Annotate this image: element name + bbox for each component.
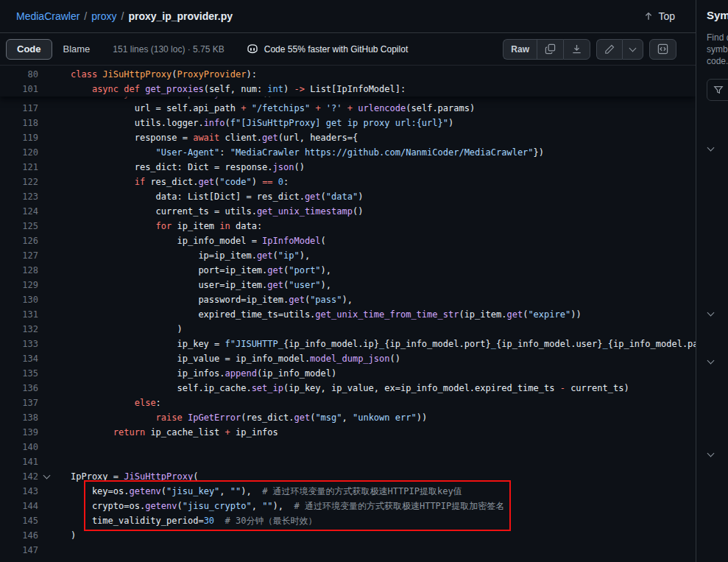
section-chevron-icon[interactable]: [708, 446, 713, 459]
github-file-page: MediaCrawler / proxy / proxy_ip_provider…: [0, 0, 728, 562]
line-number[interactable]: 123: [0, 189, 38, 204]
line-number[interactable]: 121: [0, 160, 38, 175]
sticky-context: 80class JiSuHttpProxy(ProxyProvider):101…: [0, 66, 696, 96]
code-line: 132 ): [0, 322, 696, 337]
line-number[interactable]: 142: [0, 469, 38, 484]
line-number[interactable]: 145: [0, 513, 38, 528]
line-number[interactable]: 137: [0, 396, 38, 410]
code-line: 119 response = await client.get(url, hea…: [0, 130, 696, 145]
copilot-banner[interactable]: Code 55% faster with GitHub Copilot: [247, 43, 408, 55]
edit-actions: [596, 39, 643, 60]
code-square-icon: [657, 43, 668, 55]
code-text: data: List[Dict] = res_dict.get("data"): [54, 189, 363, 204]
line-number[interactable]: 134: [0, 351, 38, 366]
code-line: 131 expired_time_ts=utils.get_unix_time_…: [0, 307, 696, 322]
code-text: key=os.getenv("jisu_key", ""), # 通过环境变量的…: [54, 484, 462, 499]
code-text: url = self.api_path + "/fetchips" + '?' …: [54, 101, 475, 116]
toolbar-actions: Raw: [503, 39, 676, 60]
code-text: res_dict: Dict = response.json(): [54, 160, 305, 175]
line-number[interactable]: 80: [0, 67, 38, 82]
code-line: 120 "User-Agent": "MediaCrawler https://…: [0, 145, 696, 160]
line-number[interactable]: 126: [0, 233, 38, 248]
code-line: 135 ip_infos.append(ip_info_model): [0, 366, 696, 381]
edit-dropdown-button[interactable]: [622, 39, 643, 60]
section-chevron-icon[interactable]: [708, 305, 713, 318]
line-number[interactable]: 129: [0, 278, 38, 292]
code-line: 130 password=ip_item.get("pass"),: [0, 292, 696, 307]
code-text: ip_value = ip_info_model.model_dump_json…: [54, 351, 400, 366]
file-toolbar: Code Blame 151 lines (130 loc) · 5.75 KB…: [0, 33, 696, 66]
line-number[interactable]: 131: [0, 307, 38, 322]
line-number[interactable]: 124: [0, 204, 38, 219]
code-line: 136 self.ip_cache.set_ip(ip_key, ip_valu…: [0, 381, 696, 396]
code-line: 124 current_ts = utils.get_unix_timestam…: [0, 204, 696, 219]
line-number[interactable]: 132: [0, 322, 38, 337]
line-number[interactable]: 118: [0, 116, 38, 130]
line-number[interactable]: 125: [0, 219, 38, 233]
line-number[interactable]: 117: [0, 101, 38, 116]
code-line: 138 raise IpGetError(res_dict.get("msg",…: [0, 410, 696, 425]
code-line: 144 crypto=os.getenv("jisu_crypto", ""),…: [0, 499, 696, 513]
code-line: 146): [0, 528, 696, 543]
line-number[interactable]: 141: [0, 454, 38, 469]
code-text: [54, 440, 71, 454]
symbols-filter-input[interactable]: [707, 79, 728, 101]
line-number[interactable]: 147: [0, 543, 38, 558]
code-text: if res_dict.get("code") == 0:: [54, 175, 289, 189]
download-button[interactable]: [563, 39, 590, 60]
line-number[interactable]: 128: [0, 263, 38, 278]
raw-button[interactable]: Raw: [503, 39, 537, 60]
copilot-text: Code 55% faster with GitHub Copilot: [264, 44, 408, 55]
copy-button[interactable]: [537, 39, 563, 60]
code-text: else:: [54, 396, 161, 410]
tab-code[interactable]: Code: [6, 39, 52, 60]
code-text: async def get_proxies(self, num: int) ->…: [54, 82, 406, 96]
line-number[interactable]: 146: [0, 528, 38, 543]
line-number[interactable]: 138: [0, 410, 38, 425]
code-line: 118 utils.logger.info(f"[JiSuHttpProxy] …: [0, 116, 696, 130]
line-number[interactable]: 139: [0, 425, 38, 440]
section-chevron-icon[interactable]: [708, 353, 713, 366]
breadcrumb-separator: /: [84, 10, 87, 22]
code-text: [54, 543, 71, 558]
line-number[interactable]: 133: [0, 337, 38, 351]
code-text: response = await client.get(url, headers…: [54, 130, 358, 145]
fold-chevron-icon[interactable]: [43, 472, 50, 480]
section-chevron-icon[interactable]: [708, 140, 713, 153]
file-info: 151 lines (130 loc) · 5.75 KB: [113, 44, 224, 55]
code-text: IpProxy = JiSuHttpProxy(: [54, 469, 198, 484]
line-number[interactable]: 127: [0, 248, 38, 263]
code-text: self.ip_cache.set_ip(ip_key, ip_value, e…: [54, 381, 629, 396]
tab-blame[interactable]: Blame: [52, 39, 102, 60]
code-text: ip=ip_item.get("ip"),: [54, 248, 310, 263]
line-number[interactable]: 136: [0, 381, 38, 396]
filter-funnel-icon: [713, 85, 724, 95]
copy-icon: [545, 43, 556, 55]
line-number[interactable]: 122: [0, 175, 38, 189]
symbols-panel: Symbols Find definitions and references …: [696, 0, 728, 562]
line-number[interactable]: 143: [0, 484, 38, 499]
line-number[interactable]: 140: [0, 440, 38, 454]
code-text: time_validity_period=30 # 30分钟（最长时效）: [54, 513, 317, 528]
breadcrumb-repo-link[interactable]: MediaCrawler: [16, 10, 79, 22]
code-line: 122 if res_dict.get("code") == 0:: [0, 175, 696, 189]
breadcrumb: MediaCrawler / proxy / proxy_ip_provider…: [16, 10, 233, 22]
line-number[interactable]: 135: [0, 366, 38, 381]
code-line: 123 data: List[Dict] = res_dict.get("dat…: [0, 189, 696, 204]
back-to-top-button[interactable]: Top: [643, 10, 675, 22]
line-number[interactable]: 130: [0, 292, 38, 307]
line-number[interactable]: 119: [0, 130, 38, 145]
breadcrumb-folder-link[interactable]: proxy: [91, 10, 116, 22]
code-text: utils.logger.info(f"[JiSuHttpProxy] get …: [54, 116, 453, 130]
code-line: 121 res_dict: Dict = response.json(): [0, 160, 696, 175]
code-line: 80class JiSuHttpProxy(ProxyProvider):: [0, 67, 696, 82]
line-number[interactable]: 120: [0, 145, 38, 160]
chevron-down-icon: [629, 44, 637, 52]
code-line: 140: [0, 440, 696, 454]
edit-button[interactable]: [596, 39, 622, 60]
code-line: 141: [0, 454, 696, 469]
line-number[interactable]: 101: [0, 82, 38, 96]
symbols-panel-toggle-button[interactable]: [649, 39, 676, 60]
code-text: expired_time_ts=utils.get_unix_time_from…: [54, 307, 582, 322]
line-number[interactable]: 144: [0, 499, 38, 513]
